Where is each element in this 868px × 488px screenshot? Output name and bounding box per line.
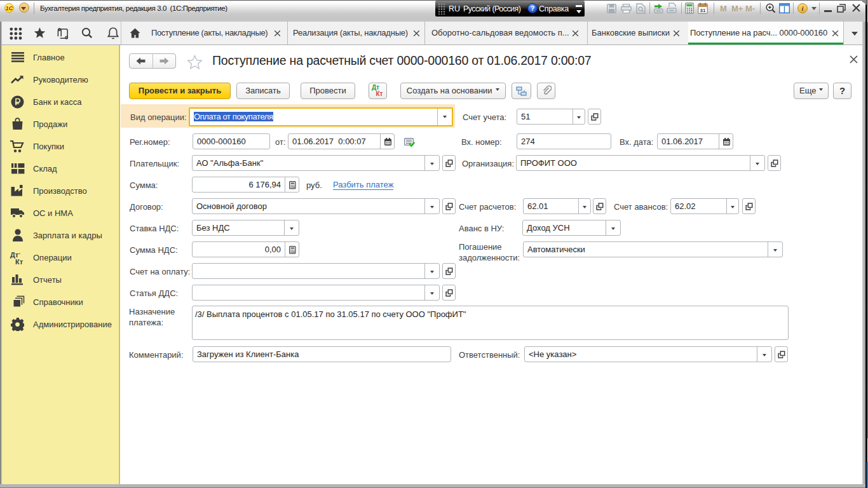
svg-text:31: 31 [700, 8, 706, 13]
